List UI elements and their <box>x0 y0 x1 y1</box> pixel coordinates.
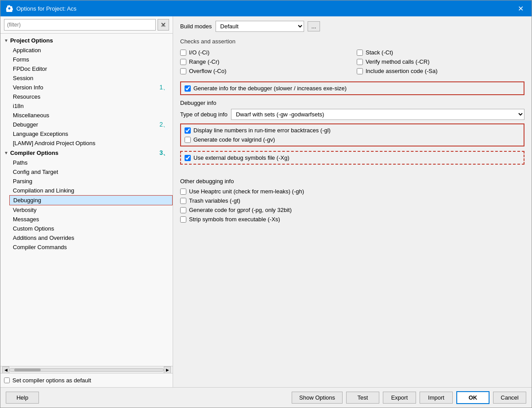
tree-item-fpdoc[interactable]: FPDoc Editor <box>9 64 173 73</box>
check-label-overflow: Overflow (-Co) <box>189 68 227 74</box>
check-label-range: Range (-Cr) <box>189 58 220 65</box>
scroll-left-btn[interactable]: ◀ <box>2 366 9 373</box>
tree-item-label: Forms <box>13 56 29 63</box>
tree-item-label: [LAMW] Android Project Options <box>13 140 95 146</box>
annotation-1: 1、 <box>159 84 169 92</box>
generate-info-box: Generate info for the debugger (slower /… <box>180 81 524 95</box>
tree-item-i18n[interactable]: i18n <box>9 101 173 111</box>
tree-item-lamw[interactable]: [LAMW] Android Project Options <box>9 139 173 148</box>
other-debug-section: Other debugging info Use Heaptrc unit (c… <box>180 178 524 223</box>
tree-item-label: Compiler Commands <box>13 244 67 250</box>
scroll-right-btn[interactable]: ▶ <box>164 366 171 373</box>
test-button[interactable]: Test <box>346 392 379 404</box>
checkbox-overflow[interactable] <box>180 68 186 74</box>
tree-item-label: Debugging <box>13 197 41 204</box>
check-item-use-external: Use external debug symbols file (-Xg) <box>185 154 520 161</box>
checkbox-gprof[interactable] <box>180 207 186 213</box>
tree-item-label: Resources <box>13 93 40 100</box>
check-label-io: I/O (-Ci) <box>189 49 209 56</box>
set-compiler-default-checkbox[interactable] <box>4 377 10 383</box>
tree-item-messages[interactable]: Messages <box>9 215 173 224</box>
main-content: ▼ Project Options Application Forms FPDo… <box>0 16 532 387</box>
horizontal-scrollbar: ◀ ▶ <box>0 366 173 373</box>
check-label-strip: Strip symbols from executable (-Xs) <box>189 216 280 223</box>
project-options-label: Project Options <box>10 37 53 44</box>
show-options-button[interactable]: Show Options <box>292 392 343 404</box>
checkbox-assertion[interactable] <box>357 68 363 74</box>
close-button[interactable]: ✕ <box>515 4 526 14</box>
tree-item-custom-options[interactable]: Custom Options <box>9 224 173 233</box>
check-label-gprof: Generate code for gprof (-pg, only 32bit… <box>189 207 292 213</box>
right-panel: Build modes Default ... Checks and asser… <box>173 16 532 387</box>
checkbox-valgrind[interactable] <box>185 137 191 143</box>
checks-section-title: Checks and assertion <box>180 38 524 45</box>
use-external-box: Use external debug symbols file (-Xg) <box>180 151 524 165</box>
tree-item-paths[interactable]: Paths <box>9 158 173 167</box>
tree-item-forms[interactable]: Forms <box>9 55 173 64</box>
checkbox-strip[interactable] <box>180 216 186 223</box>
tree-item-label: Verbosity <box>13 207 36 213</box>
tree-item-debugger[interactable]: Debugger 2、 <box>9 120 173 129</box>
build-modes-extra-button[interactable]: ... <box>308 21 320 31</box>
type-debug-select[interactable]: Dwarf with sets (-gw -godwarfsets) <box>231 109 524 120</box>
tree-item-version-info[interactable]: Version Info 1、 <box>9 83 173 92</box>
other-debug-title: Other debugging info <box>180 178 524 185</box>
tree-item-config-target[interactable]: Config and Target <box>9 167 173 177</box>
filter-clear-button[interactable] <box>158 19 169 31</box>
checkbox-display-lines[interactable] <box>185 127 191 134</box>
tree-item-parsing[interactable]: Parsing <box>9 177 173 186</box>
checkbox-stack[interactable] <box>357 50 363 56</box>
build-modes-select[interactable]: Default <box>216 21 304 32</box>
tree-item-compilation-linking[interactable]: Compilation and Linking <box>9 186 173 195</box>
tree-item-language-exceptions[interactable]: Language Exceptions <box>9 129 173 139</box>
cancel-button[interactable]: Cancel <box>493 392 526 404</box>
tree-item-additions-overrides[interactable]: Additions and Overrides <box>9 233 173 242</box>
scrollbar-thumb[interactable] <box>14 369 41 371</box>
tree-item-label: Parsing <box>13 178 32 185</box>
check-item-gprof: Generate code for gprof (-pg, only 32bit… <box>180 207 524 213</box>
ok-button[interactable]: OK <box>456 391 490 404</box>
tree-item-session[interactable]: Session <box>9 73 173 83</box>
tree-section-compiler-options[interactable]: ▼ Compiler Options 3、 <box>0 148 173 158</box>
check-item-valgrind: Generate code for valgrind (-gv) <box>185 136 520 143</box>
import-button[interactable]: Import <box>420 392 453 404</box>
checkbox-heaptrc[interactable] <box>180 189 186 195</box>
filter-bar <box>0 16 173 34</box>
title-bar-left: Options for Project: Acs <box>6 5 77 12</box>
type-debug-label: Type of debug info <box>180 111 227 118</box>
checkbox-verify[interactable] <box>357 59 363 65</box>
filter-input[interactable] <box>4 19 156 31</box>
checkbox-generate-info[interactable] <box>185 85 191 92</box>
export-button[interactable]: Export <box>383 392 416 404</box>
check-label-valgrind: Generate code for valgrind (-gv) <box>193 136 275 143</box>
title-bar: Options for Project: Acs ✕ <box>0 0 532 16</box>
tree-item-label: Language Exceptions <box>13 131 68 137</box>
check-item-display-lines: Display line numbers in run-time error b… <box>185 127 520 134</box>
build-modes-label: Build modes <box>180 23 212 30</box>
check-item-generate-info: Generate info for the debugger (slower /… <box>185 85 520 92</box>
tree-item-miscellaneous[interactable]: Miscellaneous <box>9 111 173 120</box>
help-button[interactable]: Help <box>6 392 39 404</box>
scrollbar-track[interactable] <box>9 368 164 372</box>
check-item-range: Range (-Cr) <box>180 58 348 65</box>
tree-item-application[interactable]: Application <box>9 46 173 55</box>
check-item-overflow: Overflow (-Co) <box>180 68 348 74</box>
annotation-2: 2、 <box>159 121 169 129</box>
checkbox-io[interactable] <box>180 50 186 56</box>
tree-item-compiler-commands[interactable]: Compiler Commands <box>9 242 173 252</box>
tree-item-debugging-selected[interactable]: Debugging <box>9 195 173 205</box>
check-item-assertion: Include assertion code (-Sa) <box>357 68 524 74</box>
checkbox-trash[interactable] <box>180 198 186 204</box>
checkbox-use-external[interactable] <box>185 155 191 161</box>
tree-item-label: Config and Target <box>13 169 58 175</box>
tree-section-project-options[interactable]: ▼ Project Options <box>0 35 173 46</box>
check-item-verify: Verify method calls (-CR) <box>357 58 524 65</box>
checkbox-range[interactable] <box>180 59 186 65</box>
other-debug-items: Use Heaptrc unit (check for mem-leaks) (… <box>180 188 524 223</box>
tree-item-verbosity[interactable]: Verbosity <box>9 205 173 215</box>
check-label-heaptrc: Use Heaptrc unit (check for mem-leaks) (… <box>189 188 304 195</box>
check-item-heaptrc: Use Heaptrc unit (check for mem-leaks) (… <box>180 188 524 195</box>
checks-grid: I/O (-Ci) Stack (-Ct) Range (-Cr) Verify… <box>180 49 524 74</box>
main-window: Options for Project: Acs ✕ <box>0 0 532 408</box>
tree-item-resources[interactable]: Resources <box>9 92 173 101</box>
